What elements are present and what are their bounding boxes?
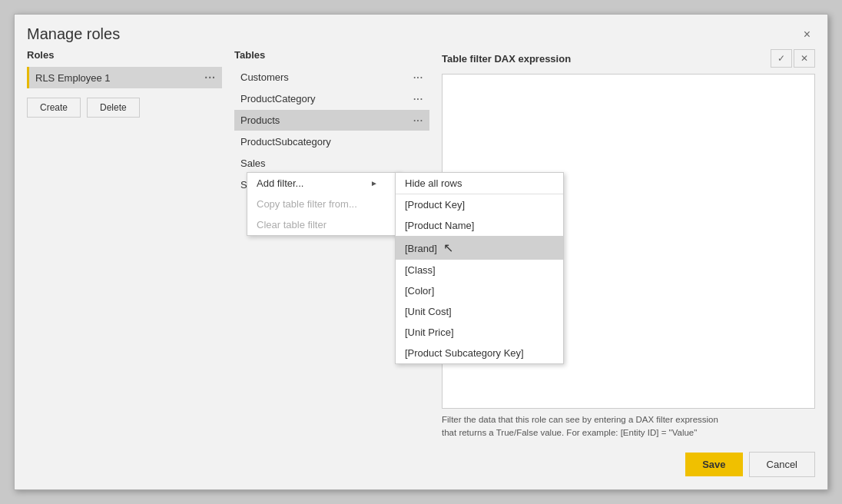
table-label: ProductSubcategory <box>240 136 331 148</box>
context-menu-copy-filter: Copy table filter from... <box>247 194 399 214</box>
role-label: RLS Employee 1 <box>35 72 111 84</box>
cancel-button[interactable]: Cancel <box>749 452 815 477</box>
submenu-unit-cost[interactable]: [Unit Cost] <box>396 301 563 322</box>
submenu-product-key[interactable]: [Product Key] <box>396 194 563 215</box>
submenu-class[interactable]: [Class] <box>396 260 563 280</box>
manage-roles-dialog: Manage roles × Roles RLS Employee 1 ··· … <box>14 14 828 490</box>
table-item-customers[interactable]: Customers ··· <box>234 67 429 88</box>
table-label: Products <box>240 114 280 126</box>
create-role-button[interactable]: Create <box>27 98 81 118</box>
save-button[interactable]: Save <box>685 453 742 476</box>
context-menu-clear-filter: Clear table filter <box>247 214 399 235</box>
filter-header: Table filter DAX expression ✓ ✕ <box>442 49 815 68</box>
roles-header: Roles <box>27 49 222 61</box>
dialog-footer: Save Cancel <box>15 452 827 489</box>
delete-role-button[interactable]: Delete <box>87 98 140 118</box>
submenu-add-filter: Hide all rows [Product Key] [Product Nam… <box>395 172 564 364</box>
table-ellipsis-icon[interactable]: ··· <box>413 94 423 104</box>
table-label: Sales <box>240 158 266 169</box>
role-buttons: Create Delete <box>27 98 222 118</box>
submenu-item-label: [Brand] <box>405 243 437 254</box>
role-ellipsis-icon[interactable]: ··· <box>204 71 216 84</box>
submenu-item-label: [Product Name] <box>405 220 474 231</box>
filter-hint: Filter the data that this role can see b… <box>442 413 815 440</box>
submenu-hide-all-rows[interactable]: Hide all rows <box>396 173 563 194</box>
submenu-product-subcategory-key[interactable]: [Product Subcategory Key] <box>396 343 563 363</box>
context-menu-item-label: Add filter... <box>257 177 303 189</box>
tables-header: Tables <box>234 49 429 61</box>
table-item-sales[interactable]: Sales <box>234 153 429 174</box>
table-ellipsis-icon[interactable]: ··· <box>413 72 423 83</box>
context-menu-item-label: Clear table filter <box>257 219 327 230</box>
dialog-titlebar: Manage roles × <box>15 15 827 49</box>
role-item[interactable]: RLS Employee 1 ··· <box>27 67 222 88</box>
submenu-product-name[interactable]: [Product Name] <box>396 215 563 236</box>
submenu-item-label: [Unit Cost] <box>405 306 452 317</box>
dialog-body: Roles RLS Employee 1 ··· Create Delete T… <box>15 49 827 452</box>
submenu-color[interactable]: [Color] <box>396 280 563 301</box>
table-label: ProductCategory <box>240 93 316 104</box>
close-button[interactable]: × <box>799 27 815 42</box>
context-menu-add-filter[interactable]: Add filter... ► <box>247 173 399 194</box>
submenu-item-label: Hide all rows <box>405 177 462 189</box>
submenu-item-label: [Unit Price] <box>405 327 454 338</box>
filter-action-buttons: ✓ ✕ <box>771 49 815 68</box>
dialog-title: Manage roles <box>27 25 120 43</box>
submenu-brand[interactable]: [Brand] ↖ <box>396 236 563 260</box>
filter-hint-line2: that returns a True/False value. For exa… <box>442 428 697 437</box>
filter-check-button[interactable]: ✓ <box>771 49 792 68</box>
submenu-item-label: [Color] <box>405 285 434 297</box>
filter-hint-line1: Filter the data that this role can see b… <box>442 415 718 424</box>
roles-panel: Roles RLS Employee 1 ··· Create Delete <box>27 49 234 439</box>
context-menu-item-label: Copy table filter from... <box>257 198 357 210</box>
context-menu: Add filter... ► Copy table filter from..… <box>247 172 400 236</box>
table-item-productcategory[interactable]: ProductCategory ··· <box>234 88 429 109</box>
submenu-unit-price[interactable]: [Unit Price] <box>396 322 563 343</box>
table-item-products[interactable]: Products ··· <box>234 110 429 131</box>
submenu-item-label: [Product Subcategory Key] <box>405 347 524 359</box>
table-label: Customers <box>240 71 289 83</box>
filter-header-label: Table filter DAX expression <box>442 53 571 65</box>
table-ellipsis-icon[interactable]: ··· <box>413 115 423 126</box>
filter-x-button[interactable]: ✕ <box>794 49 815 68</box>
submenu-arrow-icon: ► <box>370 179 378 187</box>
submenu-item-label: [Class] <box>405 264 436 276</box>
table-item-productsubcategory[interactable]: ProductSubcategory <box>234 131 429 152</box>
cursor-icon: ↖ <box>443 241 453 254</box>
submenu-item-label: [Product Key] <box>405 199 465 211</box>
